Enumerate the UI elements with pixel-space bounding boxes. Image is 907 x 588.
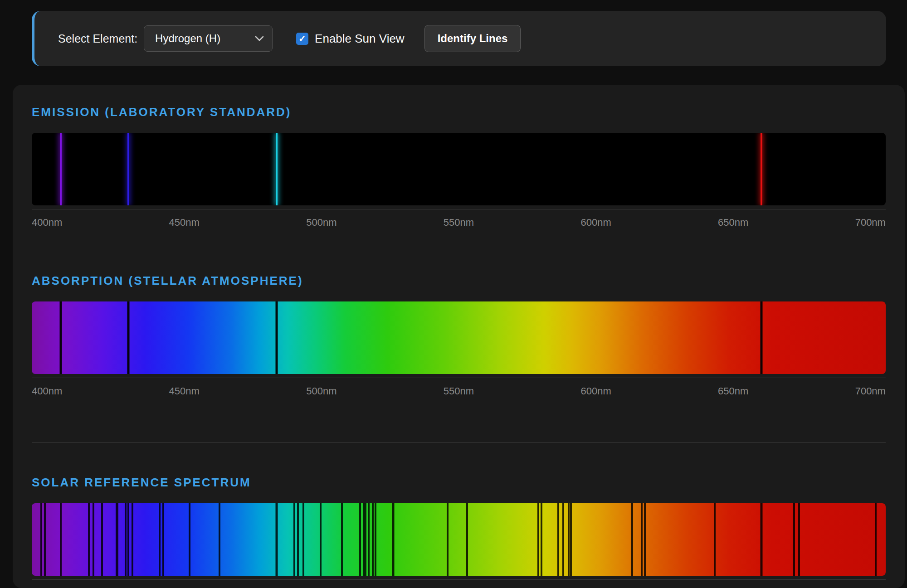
fraunhofer-line [276,503,278,576]
select-element-label: Select Element: [58,32,137,45]
absorption-line [760,301,762,374]
fraunhofer-line [537,503,539,576]
emission-line [127,133,129,205]
fraunhofer-line [320,503,322,576]
axis-tick-label: 550nm [444,217,474,228]
emission-line [60,133,62,205]
fraunhofer-line [798,503,800,576]
axis-tick-label: 450nm [169,217,200,228]
axis-tick-label: 500nm [306,385,336,397]
absorption-section-title: ABSORPTION (STELLAR ATMOSPHERE) [32,274,886,288]
fraunhofer-line [875,503,877,576]
element-dropdown[interactable]: Hydrogen (H) [144,25,273,52]
fraunhofer-line [127,503,129,576]
axis-tick-label: 400nm [32,385,62,397]
emission-line [276,133,278,205]
fraunhofer-line [60,503,62,576]
emission-spectrum-strip [32,133,886,205]
axis-tick-label: 550nm [444,385,474,397]
axis-tick-label: 500nm [306,217,336,228]
fraunhofer-line [293,503,295,576]
fraunhofer-line [93,503,94,576]
fraunhofer-line [760,503,762,576]
absorption-section: ABSORPTION (STELLAR ATMOSPHERE) 400nm450… [32,274,886,397]
axis-tick-label: 400nm [32,217,62,228]
axis-tick-label: 700nm [855,385,886,397]
fraunhofer-line [40,503,42,576]
emission-line [761,133,762,205]
fraunhofer-line [644,503,646,576]
fraunhofer-line [341,503,343,576]
spectra-panel: EMISSION (LABORATORY STANDARD) 400nm450n… [13,85,905,588]
fraunhofer-line [793,503,795,576]
solar-spectrum-strip [32,503,886,576]
fraunhofer-line [570,503,572,576]
axis-tick-label: 700nm [855,217,886,228]
axis-tick-label: 600nm [580,385,611,397]
fraunhofer-line [365,503,366,576]
toolbar: Select Element: Hydrogen (H) ✓ Enable Su… [32,11,886,66]
fraunhofer-line [562,503,564,576]
absorption-line [276,301,278,374]
solar-wavelength-axis: 400nm450nm500nm550nm600nm650nm700nm [32,579,886,588]
solar-section: SOLAR REFERENCE SPECTRUM 400nm450nm500nm… [32,476,886,588]
fraunhofer-line [116,503,118,576]
sun-view-checkbox-group[interactable]: ✓ Enable Sun View [296,32,405,46]
fraunhofer-line [375,503,376,576]
axis-tick-label: 450nm [169,385,200,397]
fraunhofer-line [372,503,374,576]
fraunhofer-line [359,503,361,576]
fraunhofer-line [132,503,133,576]
checkmark-icon: ✓ [298,34,306,43]
absorption-line [127,301,130,374]
fraunhofer-line [631,503,633,576]
fraunhofer-line [44,503,46,576]
sun-view-checkbox[interactable]: ✓ [296,33,308,45]
fraunhofer-line [447,503,449,576]
emission-wavelength-axis: 400nm450nm500nm550nm600nm650nm700nm [32,209,886,228]
absorption-line [60,301,62,374]
fraunhofer-line [466,503,468,576]
emission-section: EMISSION (LABORATORY STANDARD) 400nm450n… [32,105,886,228]
fraunhofer-line [714,503,716,576]
fraunhofer-line [368,503,370,576]
fraunhofer-line [557,503,559,576]
fraunhofer-line [541,503,542,576]
section-divider [32,442,886,443]
fraunhofer-line [189,503,190,576]
fraunhofer-line [302,503,304,576]
absorption-wavelength-axis: 400nm450nm500nm550nm600nm650nm700nm [32,378,886,397]
emission-section-title: EMISSION (LABORATORY STANDARD) [32,105,886,119]
solar-section-title: SOLAR REFERENCE SPECTRUM [32,476,886,490]
chevron-down-icon [255,36,264,41]
fraunhofer-line [101,503,103,576]
fraunhofer-line [162,503,164,576]
fraunhofer-line [125,503,127,576]
fraunhofer-line [641,503,643,576]
sun-view-label[interactable]: Enable Sun View [315,32,405,46]
identify-lines-button[interactable]: Identify Lines [424,25,521,52]
axis-tick-label: 600nm [580,217,611,228]
fraunhofer-line [88,503,90,576]
axis-tick-label: 650nm [718,217,748,228]
fraunhofer-line [219,503,220,576]
fraunhofer-line [392,503,395,576]
absorption-spectrum-strip [32,301,886,374]
axis-tick-label: 650nm [718,385,748,397]
fraunhofer-line [568,503,570,576]
fraunhofer-line [159,503,161,576]
fraunhofer-line [297,503,299,576]
element-dropdown-value: Hydrogen (H) [155,32,220,45]
